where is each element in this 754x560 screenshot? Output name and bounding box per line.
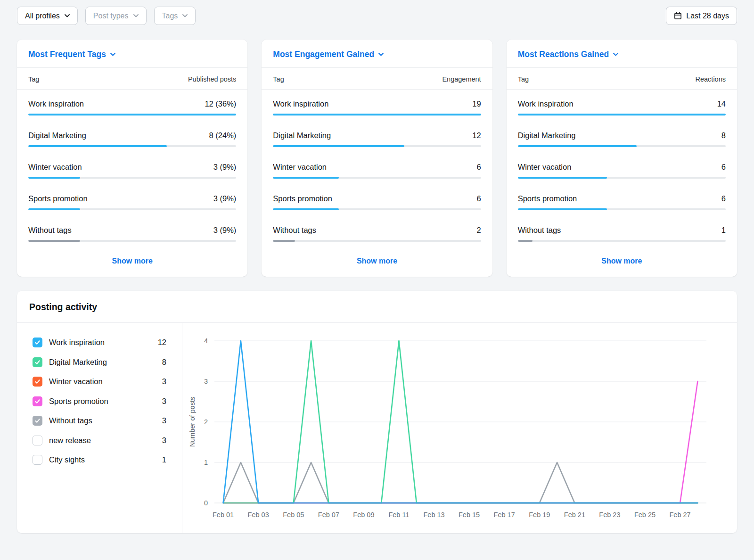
tag-row: Work inspiration19 [262, 90, 492, 121]
tag-value: 6 [476, 194, 481, 203]
tag-value: 6 [721, 163, 726, 172]
date-range-selector[interactable]: Last 28 days [666, 7, 737, 25]
posting-activity-card: Posting activity Work inspiration12Digit… [17, 291, 737, 533]
tag-bar-fill [518, 114, 726, 115]
tag-bar-track [518, 114, 726, 115]
tag-label: Winter vacation [518, 163, 572, 172]
legend-count: 8 [162, 358, 166, 367]
tag-row-line: Without tags1 [518, 226, 726, 235]
tag-row: Work inspiration14 [507, 90, 737, 121]
tags-filter-dropdown[interactable]: Tags [154, 7, 196, 25]
show-more-button[interactable]: Show more [507, 247, 737, 277]
stat-card-title-dropdown[interactable]: Most Reactions Gained [518, 49, 619, 59]
show-more-button[interactable]: Show more [17, 247, 247, 277]
legend-item[interactable]: Winter vacation3 [33, 377, 166, 387]
tag-bar-track [518, 177, 726, 179]
tag-bar-track [273, 208, 481, 210]
legend-item[interactable]: new release3 [33, 436, 166, 445]
tag-label: Without tags [28, 226, 72, 235]
column-header-tag: Tag [518, 75, 529, 83]
tag-value: 6 [476, 163, 481, 172]
checkmark-icon [34, 418, 41, 424]
tag-row: Without tags3 (9%) [17, 216, 247, 247]
tag-bar-fill [273, 177, 338, 179]
tag-label: Sports promotion [518, 194, 577, 203]
stat-card-title: Most Reactions Gained [518, 49, 609, 59]
tag-bar-fill [273, 208, 338, 210]
legend-item[interactable]: Sports promotion3 [33, 396, 166, 406]
tag-bar-track [28, 208, 236, 210]
legend-label: new release [49, 436, 91, 445]
checkbox-checked[interactable] [33, 416, 42, 426]
stat-card-header: Most Frequent Tags [17, 40, 247, 68]
activity-line-chart: 01234Feb 01Feb 03Feb 05Feb 07Feb 09Feb 1… [185, 329, 714, 533]
tag-row: Without tags1 [507, 216, 737, 247]
legend-count: 1 [162, 455, 166, 464]
tag-value: 14 [717, 99, 726, 108]
column-header-tag: Tag [273, 75, 284, 83]
stat-card: Most Engagement GainedTagEngagementWork … [262, 40, 492, 277]
tag-label: Work inspiration [273, 99, 328, 108]
y-tick-label: 3 [204, 378, 208, 385]
x-tick-label: Feb 25 [634, 511, 656, 519]
legend-label: Work inspiration [49, 338, 105, 347]
checkbox-checked[interactable] [33, 338, 42, 347]
post-types-filter-dropdown[interactable]: Post types [85, 7, 147, 25]
x-tick-label: Feb 07 [318, 511, 339, 519]
tag-value: 8 (24%) [209, 131, 237, 140]
tag-row-line: Winter vacation3 (9%) [28, 163, 236, 172]
tag-bar-fill [273, 240, 295, 242]
chevron-down-icon [110, 53, 115, 56]
tag-row: Sports promotion6 [507, 184, 737, 216]
tag-row-line: Work inspiration12 (36%) [28, 99, 236, 108]
chevron-down-icon [182, 14, 188, 17]
stat-card-title-dropdown[interactable]: Most Frequent Tags [28, 49, 115, 59]
x-tick-label: Feb 09 [353, 511, 374, 519]
legend-item[interactable]: Work inspiration12 [33, 338, 166, 347]
tag-label: Sports promotion [28, 194, 88, 203]
checkbox-checked[interactable] [33, 377, 42, 387]
stat-card-title-dropdown[interactable]: Most Engagement Gained [273, 49, 384, 59]
checkbox-checked[interactable] [33, 396, 42, 406]
tag-bar-fill [28, 145, 167, 147]
x-tick-label: Feb 19 [529, 511, 550, 519]
tag-bar-track [28, 240, 236, 242]
legend-label: Without tags [49, 416, 92, 425]
column-header-value: Published posts [188, 75, 236, 83]
legend-item[interactable]: City sights1 [33, 455, 166, 465]
tag-label: Sports promotion [273, 194, 332, 203]
legend-item[interactable]: Without tags3 [33, 416, 166, 426]
y-tick-label: 1 [204, 459, 208, 466]
x-tick-label: Feb 13 [424, 511, 445, 519]
x-tick-label: Feb 27 [670, 511, 691, 519]
tags-filter-label: Tags [162, 12, 178, 20]
y-tick-label: 4 [204, 337, 208, 345]
legend-count: 3 [162, 436, 166, 445]
posting-activity-body: Work inspiration12Digital Marketing8Wint… [17, 323, 737, 533]
checkmark-icon [34, 379, 41, 385]
chevron-down-icon [65, 14, 70, 17]
stat-table-header: TagReactions [507, 68, 737, 90]
tag-value: 6 [721, 194, 726, 203]
tag-row: Sports promotion6 [262, 184, 492, 216]
x-tick-label: Feb 23 [599, 511, 620, 519]
profiles-filter-dropdown[interactable]: All profiles [17, 7, 78, 25]
tag-label: Digital Marketing [273, 131, 331, 140]
x-tick-label: Feb 17 [494, 511, 515, 519]
tag-label: Digital Marketing [518, 131, 576, 140]
tag-row: Sports promotion3 (9%) [17, 184, 247, 216]
legend-label: Sports promotion [49, 397, 108, 406]
y-tick-label: 0 [204, 499, 208, 507]
tag-label: Winter vacation [28, 163, 82, 172]
show-more-button[interactable]: Show more [262, 247, 492, 277]
stat-table-header: TagEngagement [262, 68, 492, 90]
checkbox-unchecked[interactable] [33, 436, 42, 445]
tag-row: Winter vacation6 [507, 153, 737, 184]
tag-row: Work inspiration12 (36%) [17, 90, 247, 121]
checkbox-checked[interactable] [33, 357, 42, 367]
legend-item[interactable]: Digital Marketing8 [33, 357, 166, 367]
tag-bar-fill [28, 240, 80, 242]
checkbox-unchecked[interactable] [33, 455, 42, 465]
tag-row: Winter vacation6 [262, 153, 492, 184]
checkmark-icon [34, 359, 41, 365]
